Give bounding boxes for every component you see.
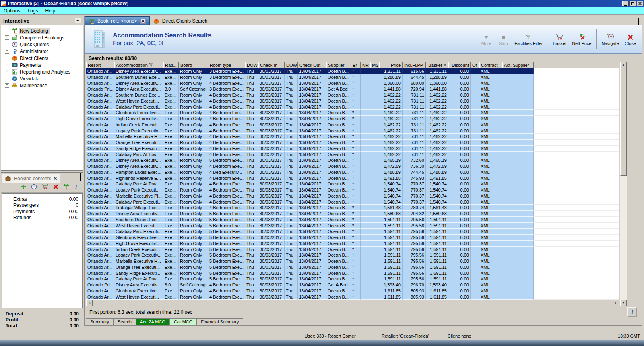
info-button[interactable]: i [627,307,637,317]
scroll-up-icon[interactable]: ▲ [620,62,627,68]
toolbar-button-basket[interactable]: Basket [550,30,570,49]
menu-item-help[interactable]: Help [41,8,59,14]
collapse-panel-button[interactable]: − [75,18,81,23]
table-row[interactable]: Orlando Ar...Marbella Executive Pl...Exe… [86,193,619,199]
table-row[interactable]: Orlando Ar...Glenbrook Executive ...Exe.… [86,110,619,116]
table-row[interactable]: Orlando Ar...Indian Creek Executi...Exe.… [86,247,619,253]
column-header-act-supplier[interactable]: Act. Supplier [502,62,534,68]
scroll-right-icon[interactable]: ► [613,300,619,306]
column-header-board[interactable]: Board [179,62,208,68]
table-row[interactable]: Orlando Ar...Calabay Parc At Tow...Exe..… [86,276,619,282]
table-row[interactable]: Orlando Ar...Highlands Reserve E...Exe..… [86,175,619,181]
expand-icon[interactable]: + [5,83,9,88]
table-row[interactable]: Orlando Ar...Calabay Parc At Tow...Exe..… [86,152,619,158]
column-header-er[interactable]: Er [351,62,361,68]
info-icon[interactable]: i [74,184,78,191]
table-row[interactable]: Orlando Ar...West Haven Executi...Exe...… [86,294,619,300]
bottom-tab-summary[interactable]: Summary [86,318,114,325]
toolbar-button-facilities-filter[interactable]: Facilities Filter [512,30,545,49]
delete-icon[interactable] [53,184,58,191]
table-row[interactable]: Orlando Ar...Calabay Parc Executi...Exe.… [86,104,619,110]
column-header-price[interactable]: Price [379,62,402,68]
table-row[interactable]: Orlando Ar...Calabay Parc Executi...Exe.… [86,229,619,235]
column-header-incl-fl-pp[interactable]: Incl.Fl.PP [402,62,426,68]
sidebar-item-administrator[interactable]: +Administrator [1,48,83,55]
bottom-tab-search[interactable]: Search [113,318,136,325]
close-tab-icon[interactable]: ✕ [53,176,57,181]
column-header-accommodation[interactable]: Accommodation [114,62,163,68]
table-row[interactable]: Orlando Ar...Disney Area Executiv...Exe.… [86,68,619,74]
column-header-dow[interactable]: DOW [285,62,298,68]
column-header-basket[interactable]: Basket [426,62,448,68]
booking-contents-row[interactable]: Payments0.00 [2,208,82,215]
bottom-tab-acc-2a-mco[interactable]: Acc 2A MCO [136,318,170,325]
column-header-discount[interactable]: Discount [448,62,471,68]
sidebar-item-reporting-and-analytics[interactable]: +Reporting and Analytics [1,68,83,75]
table-row[interactable]: Orlando Ar...Calabay Parc At Tow...Exe..… [86,181,619,187]
column-header-rati-[interactable]: Rati... [163,62,179,68]
column-header-resort[interactable]: Resort [86,62,114,68]
table-row[interactable]: Orlando Ar...Calabay Parc Executi...Exe.… [86,199,619,205]
table-row[interactable]: Orlando Ar...Marbella Executive H...Exe.… [86,134,619,140]
table-row[interactable]: Orlando Ar...West Haven Executi...Exe...… [86,223,619,229]
close-button[interactable] [637,1,643,6]
menu-item-logs[interactable]: Logs [24,8,41,14]
close-tab-icon[interactable] [140,19,146,24]
sidebar-item-viewdata[interactable]: Viewdata [1,75,83,82]
column-header-supplier[interactable]: Supplier [326,62,351,68]
table-row[interactable]: Orlando Ar...Trafalgar Village Exe...Exe… [86,205,619,211]
toolbar-button-close[interactable]: Close [622,30,639,49]
table-row[interactable]: Orlando Ar...Disney Area Executiv...Exe.… [86,163,619,169]
table-row[interactable]: Orlando Ar...Southern Dunes Exe...Exe...… [86,92,619,98]
table-row[interactable]: Orlando Ar...High Grove Executiv...Exe..… [86,116,619,122]
column-header-check-in[interactable]: Check In [258,62,285,68]
booking-contents-row[interactable]: Refunds0.00 [2,215,82,221]
booking-contents-row[interactable]: Extras0.00 [2,196,82,202]
sidebar-item-maintenance[interactable]: +Maintenance [1,82,83,89]
table-row[interactable]: Orlando Ar...High Grove Executiv...Exe..… [86,241,619,247]
palm-tree-icon[interactable] [63,184,69,192]
sidebar-item-new-booking[interactable]: New Booking [1,27,83,34]
table-row[interactable]: Orlando Ar...Indian Creek Executi...Exe.… [86,122,619,128]
sidebar-item-quick-quotes[interactable]: Quick Quotes [1,41,83,48]
sidebar-item-payments[interactable]: +$Payments [1,62,83,68]
column-header-nr[interactable]: NR [361,62,370,68]
table-row[interactable]: Orlando Ar...Glenbrook Executive ...Exe.… [86,235,619,241]
column-header-of[interactable]: Of [471,62,479,68]
table-row[interactable]: Orlando Ar...Glenbrook Executive ...Exe.… [86,288,619,294]
table-row[interactable]: Orlando Ar...Disney Area Executiv...Exe.… [86,211,619,217]
vertical-scroll-thumb[interactable] [620,68,627,176]
bottom-tab-car-mco[interactable]: Car MCO [169,318,197,325]
expand-icon[interactable]: + [5,70,9,74]
table-row[interactable]: Orlando Ar...Orange Tree Executi...Exe..… [86,264,619,270]
table-row[interactable]: Orlando Pri...Disney Area Executiv...3.0… [86,282,619,288]
horizontal-scroll-thumb[interactable] [93,300,613,306]
table-row[interactable]: Orlando Ar...Legacy Park Executiv...Exe.… [86,252,619,258]
expand-icon[interactable]: + [5,49,9,54]
mdi-maximize-icon[interactable] [638,19,639,26]
column-header-room-type[interactable]: Room type [208,62,245,68]
menu-item-options[interactable]: Options [0,8,24,14]
toolbar-button-navigate[interactable]: Navigate [599,30,621,49]
table-row[interactable]: Orlando Ar...Southern Dunes Exe...Exe...… [86,217,619,223]
table-row[interactable]: Orlando Ar...Marbella Executive H...Exe.… [86,258,619,264]
table-row[interactable]: Orlando Ar...Sandy Ridge Executi...Exe..… [86,270,619,276]
cart-icon[interactable] [42,184,48,191]
horizontal-scrollbar[interactable]: ◄ ► [86,300,619,306]
table-row[interactable]: Orlando Ar...Sandy Ridge Executi...Exe..… [86,146,619,152]
add-icon[interactable] [21,184,26,191]
sidebar-item-direct-clients[interactable]: Direct Clients [1,55,83,62]
restore-button[interactable] [630,1,636,6]
expand-icon[interactable]: + [5,63,9,67]
table-row[interactable]: Orlando Ar...Legacy Park Executiv...Exe.… [86,128,619,134]
column-header-contract[interactable]: Contract [479,62,502,68]
toolbar-button-nett-price[interactable]: Nett Price [569,30,594,49]
minimize-button[interactable] [622,1,629,6]
column-header-ms[interactable]: MS [370,62,379,68]
expand-icon[interactable]: + [5,35,9,40]
tab-book-ref-none-[interactable]: Book. ref.: <none> [85,16,150,25]
table-row[interactable]: Orlando Ar...Disney Area Executiv...Exe.… [86,157,619,163]
table-row[interactable]: Orlando Ar...Southern Dunes Exe...Exe...… [86,74,619,80]
scroll-left-icon[interactable]: ◄ [86,300,93,306]
maximize-panel-icon[interactable] [80,174,81,181]
